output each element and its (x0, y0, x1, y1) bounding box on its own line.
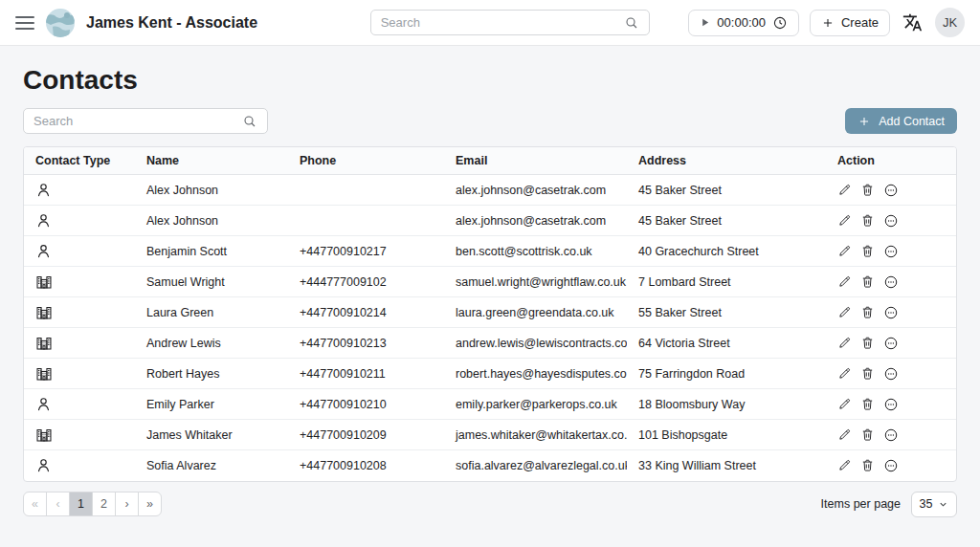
user-title: James Kent - Associate (86, 14, 257, 32)
create-label: Create (841, 15, 879, 30)
contacts-table-body: Alex Johnson alex.johnson@casetrak.com 4… (24, 175, 956, 481)
items-per-page-select[interactable]: 35 (911, 492, 957, 517)
delete-icon[interactable] (860, 274, 875, 289)
contact-type-cell (24, 297, 135, 328)
contact-type-cell (24, 450, 135, 481)
edit-icon[interactable] (837, 397, 852, 411)
timer-value: 00:00:00 (717, 15, 766, 30)
phone-cell: +444777009102 (288, 267, 444, 297)
delete-icon[interactable] (860, 366, 875, 381)
edit-icon[interactable] (837, 366, 852, 381)
email-cell: ben.scott@scottrisk.co.uk (444, 236, 627, 267)
page-title: Contacts (23, 65, 957, 96)
add-contact-button[interactable]: Add Contact (845, 108, 957, 134)
delete-icon[interactable] (860, 458, 875, 472)
pagination-prev-button[interactable]: ‹ (46, 492, 70, 516)
translate-icon[interactable] (901, 11, 924, 34)
person-icon (35, 243, 123, 259)
more-icon[interactable] (883, 397, 899, 412)
phone-cell (288, 175, 444, 206)
email-cell: james.whitaker@whitakertax.co.uk (444, 420, 627, 450)
column-header-name: Name (135, 147, 288, 175)
page-button-1[interactable]: 1 (69, 492, 93, 516)
table-row: James Whitaker +447700910209 james.whita… (24, 420, 956, 450)
plus-icon (821, 16, 835, 30)
timer-button[interactable]: 00:00:00 (688, 10, 799, 36)
pagination-last-button[interactable]: » (138, 492, 162, 516)
contacts-table: Contact TypeNamePhoneEmailAddressAction (23, 146, 957, 482)
table-row: Emily Parker +447700910210 emily.parker@… (24, 389, 956, 420)
more-icon[interactable] (883, 305, 899, 320)
address-cell: 18 Bloomsbury Way (627, 389, 826, 420)
contact-type-cell (24, 267, 135, 297)
address-cell: 33 King William Street (627, 450, 826, 481)
edit-icon[interactable] (837, 336, 852, 350)
more-icon[interactable] (883, 274, 899, 290)
address-cell: 55 Baker Street (627, 297, 826, 328)
table-row: Laura Green +447700910214 laura.green@gr… (24, 297, 956, 328)
delete-icon[interactable] (860, 427, 875, 442)
contacts-search-input[interactable] (33, 114, 242, 128)
phone-cell: +447700910217 (288, 236, 444, 267)
contact-type-cell (24, 359, 135, 389)
action-cell (826, 359, 956, 389)
pagination-next-button[interactable]: › (115, 492, 139, 516)
topbar: James Kent - Associate 00:00:00 (0, 0, 980, 46)
create-button[interactable]: Create (810, 10, 890, 36)
person-icon (35, 212, 123, 229)
name-cell: Alex Johnson (135, 175, 288, 206)
address-cell: 45 Baker Street (627, 206, 826, 236)
delete-icon[interactable] (860, 397, 875, 411)
page-button-2[interactable]: 2 (92, 492, 116, 516)
phone-cell (288, 206, 444, 236)
contact-type-cell (24, 389, 135, 420)
edit-icon[interactable] (837, 458, 852, 472)
more-icon[interactable] (883, 366, 899, 382)
items-per-page-value: 35 (920, 497, 933, 511)
pagination-first-button[interactable]: « (23, 492, 47, 516)
edit-icon[interactable] (837, 305, 852, 319)
email-cell: alex.johnson@casetrak.com (444, 175, 627, 206)
delete-icon[interactable] (860, 305, 875, 319)
action-cell (826, 175, 956, 206)
edit-icon[interactable] (837, 274, 852, 289)
more-icon[interactable] (883, 458, 899, 473)
column-header-email: Email (444, 147, 627, 175)
email-cell: alex.johnson@casetrak.com (444, 206, 627, 236)
contacts-search (23, 108, 268, 134)
phone-cell: +447700910213 (288, 328, 444, 359)
edit-icon[interactable] (837, 183, 852, 197)
edit-icon[interactable] (837, 213, 852, 228)
delete-icon[interactable] (860, 244, 875, 258)
contact-type-cell (24, 236, 135, 267)
action-cell (826, 420, 956, 450)
delete-icon[interactable] (860, 213, 875, 228)
avatar[interactable]: JK (935, 8, 965, 37)
name-cell: James Whitaker (135, 420, 288, 450)
table-header-row: Contact TypeNamePhoneEmailAddressAction (24, 147, 956, 175)
organization-icon (35, 274, 123, 291)
avatar-initials: JK (943, 15, 957, 30)
more-icon[interactable] (883, 336, 899, 351)
global-search-input[interactable] (381, 15, 624, 30)
table-row: Samuel Wright +444777009102 samuel.wrigh… (24, 267, 956, 297)
more-icon[interactable] (883, 183, 899, 198)
search-icon (242, 114, 257, 129)
name-cell: Samuel Wright (135, 267, 288, 297)
address-cell: 40 Gracechurch Street (627, 236, 826, 267)
delete-icon[interactable] (860, 336, 875, 350)
edit-icon[interactable] (837, 427, 852, 442)
name-cell: Alex Johnson (135, 206, 288, 236)
email-cell: andrew.lewis@lewiscontracts.co.uk (444, 328, 627, 359)
more-icon[interactable] (883, 427, 899, 443)
edit-icon[interactable] (837, 244, 852, 258)
more-icon[interactable] (883, 213, 899, 229)
contact-type-cell (24, 206, 135, 236)
delete-icon[interactable] (860, 183, 875, 197)
menu-icon[interactable] (15, 16, 34, 30)
name-cell: Laura Green (135, 297, 288, 328)
more-icon[interactable] (883, 244, 899, 259)
email-cell: sofia.alvarez@alvarezlegal.co.uk (444, 450, 627, 481)
contact-type-cell (24, 328, 135, 359)
person-icon (35, 182, 123, 198)
